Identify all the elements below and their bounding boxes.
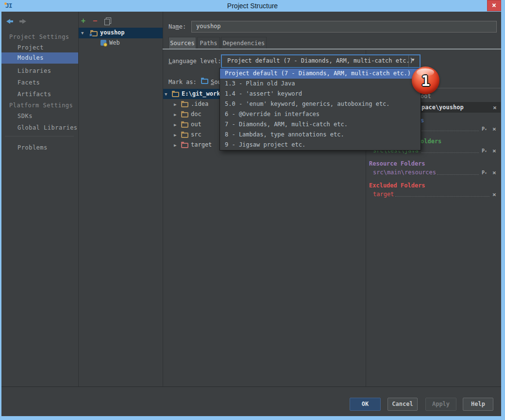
collapse-icon[interactable] — [81, 31, 84, 35]
project-structure-dialog: JI Project Structure × Project Settings … — [0, 0, 505, 420]
close-icon[interactable] — [492, 148, 496, 154]
annotation-badge-1: 1 — [412, 67, 439, 94]
footer-separator — [1, 386, 501, 387]
module-tree-row-youshop[interactable]: youshop — [79, 28, 163, 38]
sidebar-item-artifacts[interactable]: Artifacts — [17, 91, 51, 98]
back-arrow-icon[interactable] — [6, 18, 14, 25]
cancel-button[interactable]: Cancel — [387, 398, 418, 411]
close-icon[interactable] — [492, 191, 496, 198]
expand-icon[interactable] — [174, 143, 176, 148]
dropdown-option-1-3[interactable]: 1.3 - Plain old Java — [220, 79, 421, 89]
sidebar-item-sdks[interactable]: SDKs — [17, 113, 33, 119]
dropdown-option-6[interactable]: 6 - @Override in interfaces — [220, 109, 421, 119]
dropdown-option-7[interactable]: 7 - Diamonds, ARM, multi-catch etc. — [220, 119, 421, 130]
source-folders-header: s — [421, 117, 424, 124]
mark-as-label: Mark as: — [168, 79, 197, 85]
resource-item-row[interactable]: src\main\resources P — [373, 169, 500, 176]
excluded-item-row[interactable]: target — [373, 191, 500, 198]
resource-folders-header: Resource Folders — [369, 160, 425, 167]
close-icon[interactable] — [492, 126, 496, 132]
sidebar-item-problems[interactable]: Problems — [17, 144, 48, 151]
folder-icon — [181, 122, 188, 128]
copy-icon[interactable] — [104, 17, 110, 24]
excluded-folders-header: Excluded Folders — [369, 182, 425, 189]
language-level-dropdown: Project default (7 - Diamonds, ARM, mult… — [219, 68, 421, 151]
web-facet-icon — [101, 40, 106, 46]
module-panel-separator — [163, 12, 163, 386]
language-level-combobox[interactable]: Project default (7 - Diamonds, ARM, mult… — [221, 54, 421, 68]
sidebar-item-global-libraries[interactable]: Global Libraries — [17, 124, 78, 131]
module-tree-row-web[interactable]: Web — [79, 38, 163, 48]
dropdown-option-project-default[interactable]: Project default (7 - Diamonds, ARM, mult… — [220, 68, 421, 79]
close-icon[interactable]: × — [487, 0, 501, 11]
folder-icon — [181, 133, 188, 138]
language-level-label: Language level: — [168, 58, 221, 65]
expand-icon[interactable] — [174, 133, 176, 137]
package-prefix-icon[interactable]: P — [482, 148, 487, 153]
sidebar-item-modules[interactable]: Modules — [1, 52, 78, 64]
expand-icon[interactable] — [174, 112, 176, 117]
sidebar-item-libraries[interactable]: Libraries — [17, 67, 51, 74]
close-icon[interactable] — [492, 169, 496, 176]
dropdown-option-9[interactable]: 9 - Jigsaw project etc. — [220, 140, 421, 150]
sidebar-header-platform-settings: Platform Settings — [9, 102, 73, 109]
expand-icon[interactable] — [174, 122, 176, 127]
remove-icon[interactable]: − — [93, 17, 97, 25]
package-prefix-icon[interactable]: P — [482, 126, 487, 132]
apply-button[interactable]: Apply — [425, 398, 456, 411]
tab-sources[interactable]: Sources — [168, 37, 196, 50]
sidebar-divider — [5, 136, 74, 136]
collapse-icon[interactable] — [165, 92, 167, 97]
sidebar-item-facets[interactable]: Facets — [17, 79, 40, 86]
chevron-down-icon[interactable] — [408, 55, 420, 67]
name-label: Name: — [168, 23, 186, 30]
tab-paths[interactable]: Paths — [197, 37, 220, 50]
help-button[interactable]: Help — [463, 398, 493, 411]
source-folder-item-row[interactable]: P — [421, 125, 500, 132]
mark-sources-folder-icon[interactable] — [201, 79, 208, 84]
window-title: Project Structure — [0, 2, 505, 10]
folder-icon — [181, 143, 188, 148]
folder-icon — [181, 112, 188, 118]
folder-icon — [172, 92, 179, 97]
dropdown-option-5-0[interactable]: 5.0 - 'enum' keyword, generics, autoboxi… — [220, 99, 421, 109]
expand-icon[interactable] — [174, 102, 176, 107]
add-icon[interactable]: + — [81, 17, 85, 25]
folder-icon — [181, 102, 188, 107]
module-badge-icon — [89, 34, 92, 36]
dropdown-option-1-4[interactable]: 1.4 - 'assert' keyword — [220, 89, 421, 99]
test-source-folders-header: olders — [421, 138, 441, 145]
tab-dependencies[interactable]: Dependencies — [221, 37, 267, 50]
close-icon[interactable] — [493, 104, 497, 111]
sidebar-header-project-settings: Project Settings — [9, 34, 69, 40]
sidebar-item-project[interactable]: Project — [17, 44, 44, 51]
sidebar-separator — [78, 12, 79, 386]
tab-underline — [163, 49, 501, 50]
ok-button[interactable]: OK — [350, 398, 381, 411]
name-input[interactable]: youshop — [191, 21, 497, 33]
title-bar: JI Project Structure × — [0, 0, 505, 12]
package-prefix-icon[interactable]: P — [482, 170, 487, 175]
dropdown-option-8[interactable]: 8 - Lambdas, type annotations etc. — [220, 130, 421, 140]
forward-arrow-icon[interactable] — [18, 18, 26, 25]
